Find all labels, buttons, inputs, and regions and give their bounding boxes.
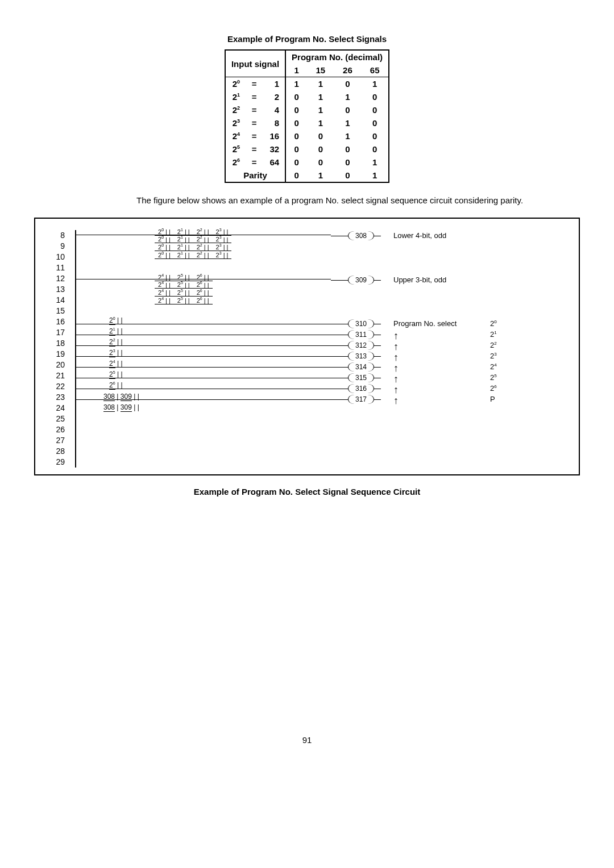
coil-label: Upper 3-bit, odd [393,276,446,284]
ditto-arrow-icon: ↑ [393,384,399,395]
coil-bit: 24 [490,362,497,371]
parity-relay-contacts: 308 | 309 | |308 | 309 | | [103,393,139,414]
contact: 22 | | [193,235,213,243]
ditto-arrow-icon: ↑ [393,395,399,406]
contact: 20 | | [155,235,174,243]
coil-shape: 312 [348,341,374,350]
contact-pair: 308 | 309 | | [103,403,139,414]
coil-bit: 20 [490,319,497,328]
rung-number: 14 [52,295,65,306]
rung-wire [76,389,331,389]
contact: 22 | | [193,243,213,251]
coil-bit: 21 [490,330,497,339]
rung-number: 23 [52,392,65,403]
signals-table-wrap: Input signal Program No. (decimal) 1 15 … [28,49,586,183]
contact: 21 | | [109,327,123,338]
rung-number: 29 [52,457,65,468]
hdr-input: Input signal [225,50,285,77]
rung-number: 28 [52,446,65,457]
rung-number: 9 [52,241,65,252]
coil-bit: 26 [490,384,497,393]
rung-wire [76,356,331,357]
coil-310: 310 [331,319,381,328]
col-65: 65 [361,64,389,77]
coil-bit: P [490,395,495,403]
coil-312: 312 [331,341,381,350]
contact: 25 | | [174,296,193,304]
coil-shape: 310 [348,319,374,328]
rung-number: 25 [52,414,65,424]
col-15: 15 [307,64,334,77]
circuit-diagram: 8910111213141516171819202122232425262728… [34,218,580,475]
coil-shape: 317 [348,395,374,404]
contact: 23 | | [213,235,232,243]
contact: 21 | | [174,235,193,243]
rung-numbers: 8910111213141516171819202122232425262728… [52,230,65,468]
rung-number: 17 [52,327,65,338]
contact: 24 | | [155,281,174,289]
coil-bit: 25 [490,373,497,382]
ditto-arrow-icon: ↑ [393,341,399,352]
rung-number: 10 [52,252,65,262]
table-row: 22=40100 [225,103,389,116]
rung-number: 11 [52,262,65,273]
parity-label: Parity [225,169,285,182]
coil-shape: 313 [348,352,374,361]
signals-table: Input signal Program No. (decimal) 1 15 … [225,49,389,183]
coil-shape: 315 [348,373,374,382]
coil-shape: 311 [348,330,374,339]
contact: 23 | | [213,251,232,258]
coil-shape: 309 [348,276,374,285]
lower-4bit-contacts: 20 | |21 | |22 | |23 | |20 | |21 | |22 |… [155,228,231,259]
rung-number: 20 [52,360,65,370]
rung-wire [76,235,331,235]
coil-shape: 316 [348,384,374,393]
rung-wire [76,399,331,400]
contact: 25 | | [174,281,193,289]
contact: 22 | | [109,338,123,349]
contact: 24 | | [155,289,174,297]
coil-label: ↑ [393,373,399,385]
left-bus [75,230,76,468]
contact: 25 | | [174,273,193,281]
parity-c4: 1 [361,169,389,182]
contact: 25 | | [109,370,123,381]
rung-number: 16 [52,316,65,327]
parity-c2: 1 [307,169,334,182]
contact: 26 | | [193,289,213,297]
rung-number: 21 [52,370,65,381]
coil-316: 316 [331,384,381,393]
contact: 23 | | [213,243,232,251]
coil-label: ↑ [393,352,399,364]
parity-c3: 0 [334,169,362,182]
rung-wire [76,335,331,335]
ditto-arrow-icon: ↑ [393,362,399,374]
parity-c1: 0 [285,169,307,182]
coil-shape: 314 [348,362,374,372]
table-row: 20=11101 [225,77,389,91]
coil-308: 308 [331,231,381,240]
rung-wire [76,324,331,324]
table-row: 21=20110 [225,90,389,103]
coil-317: 317 [331,395,381,404]
coil-label: ↑ [393,395,399,407]
contact: 20 | | [155,251,174,258]
rung-wire [76,279,331,279]
hdr-program: Program No. (decimal) [285,50,389,64]
coil-311: 311 [331,330,381,339]
contact: 26 | | [109,381,123,392]
coil-label: ↑ [393,384,399,396]
bit-select-contacts: 20 | |21 | |22 | |23 | |24 | |25 | |26 |… [109,316,123,392]
rung-number: 15 [52,306,65,316]
rung-number: 19 [52,349,65,360]
table-row: 23=80110 [225,116,389,130]
coil-314: 314 [331,362,381,372]
table-row: 25=320000 [225,143,389,156]
coil-313: 313 [331,352,381,361]
ditto-arrow-icon: ↑ [393,352,399,363]
ditto-arrow-icon: ↑ [393,330,399,341]
rung-number: 13 [52,284,65,295]
contact: 26 | | [193,273,213,281]
table-row: 26=640001 [225,156,389,169]
contact: 20 | | [109,316,123,327]
